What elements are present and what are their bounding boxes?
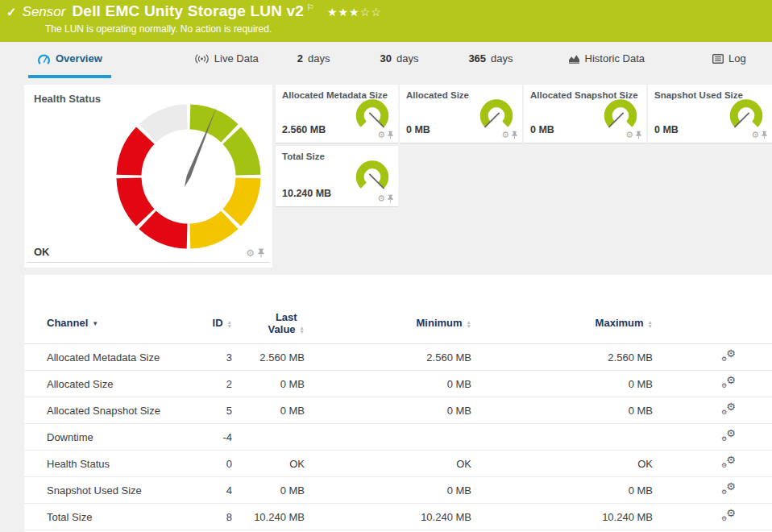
channel-maximum: 2.560 MB: [471, 351, 653, 364]
health-status-value: OK: [34, 246, 50, 258]
pin-icon[interactable]: [762, 131, 767, 139]
channel-name: Allocated Metadata Size: [47, 351, 188, 364]
pin-icon[interactable]: [636, 131, 641, 139]
tab-30-days-unit: days: [396, 52, 418, 64]
priority-stars[interactable]: ★★★☆☆: [327, 6, 382, 19]
pin-icon[interactable]: [512, 131, 517, 139]
area-chart-icon: [568, 53, 580, 64]
health-status-gauge: [108, 96, 269, 257]
stars-filled: ★★★: [327, 6, 360, 19]
live-data-icon: [194, 54, 210, 64]
table-row: Snapshot Used Size 4 0 MB 0 MB 0 MB ⚙⚙: [24, 477, 772, 504]
tab-live-data[interactable]: Live Data: [185, 42, 268, 78]
channel-minimum: 2.560 MB: [305, 351, 471, 364]
panel-gear-icon[interactable]: ⚙: [377, 194, 385, 203]
tile-allocated-size: Allocated Size 0 MB ⚙: [400, 85, 522, 143]
channel-table-header: Channel▼ ID▲▼ LastValue▲▼ Minimum▲▼ Maxi…: [24, 275, 772, 344]
channel-settings-icon[interactable]: ⚙⚙: [721, 402, 736, 416]
column-header-channel[interactable]: Channel▼: [47, 317, 188, 329]
pin-icon[interactable]: [388, 194, 393, 203]
tile-allocated-metadata-size: Allocated Metadata Size 2.560 MB ⚙: [276, 85, 398, 143]
tab-historic-data-label: Historic Data: [585, 52, 645, 64]
stars-empty: ☆☆: [360, 6, 382, 19]
pin-icon[interactable]: [258, 248, 264, 258]
sort-descending-icon: ▼: [92, 320, 98, 327]
channel-id: 0: [188, 458, 232, 470]
tab-historic-data[interactable]: Historic Data: [559, 42, 654, 78]
channel-minimum: 0 MB: [305, 378, 471, 390]
prtg-sensor-page: ✓ Sensor Dell EMC Unity Storage LUN v2 ⚐…: [0, 0, 772, 532]
channel-name: Downtime: [47, 431, 188, 443]
channel-maximum: 0 MB: [471, 484, 653, 497]
panel-divider: [27, 262, 269, 263]
gauge-icon: [37, 53, 51, 64]
channel-settings-icon[interactable]: ⚙⚙: [721, 376, 736, 389]
health-status-panel: Health Status OK ⚙: [24, 85, 272, 268]
panel-gear-icon[interactable]: ⚙: [246, 248, 255, 258]
mini-gauge: [724, 97, 768, 135]
panel-gear-icon[interactable]: ⚙: [501, 131, 509, 139]
table-row: Downtime -4 ⚙⚙: [24, 424, 772, 451]
table-row: Allocated Size 2 0 MB 0 MB 0 MB ⚙⚙: [24, 371, 772, 397]
channel-settings-icon[interactable]: ⚙⚙: [721, 349, 736, 363]
tab-log-label: Log: [728, 52, 746, 64]
sort-icon: ▲▼: [648, 320, 653, 328]
channel-last-value: 2.560 MB: [232, 351, 305, 364]
channel-settings-icon[interactable]: ⚙⚙: [721, 455, 736, 469]
tab-30-days-number: 30: [380, 52, 391, 64]
table-row: Health Status 0 OK OK OK ⚙⚙: [24, 451, 772, 477]
sensor-status-banner: ✓ Sensor Dell EMC Unity Storage LUN v2 ⚐…: [0, 0, 772, 42]
channel-settings-icon[interactable]: ⚙⚙: [721, 482, 736, 496]
panel-gear-icon[interactable]: ⚙: [751, 131, 759, 139]
channel-name: Allocated Snapshot Size: [47, 405, 188, 417]
channel-last-value: 0 MB: [232, 378, 305, 390]
channel-settings-icon[interactable]: ⚙⚙: [721, 509, 736, 522]
channel-maximum: 0 MB: [471, 405, 653, 417]
sensor-status-message: The LUN is operating normally. No action…: [45, 23, 272, 35]
channel-id: 3: [188, 351, 232, 364]
channel-name: Allocated Size: [47, 378, 188, 390]
tab-2-days[interactable]: 2 days: [288, 42, 339, 78]
channel-id: 4: [188, 484, 232, 497]
tile-value: 0 MB: [530, 124, 554, 135]
tile-title: Allocated Size: [406, 90, 469, 100]
column-header-minimum[interactable]: Minimum▲▼: [305, 317, 471, 329]
tile-value: 0 MB: [406, 124, 430, 135]
column-header-id[interactable]: ID▲▼: [188, 317, 232, 329]
tab-30-days[interactable]: 30 days: [371, 42, 427, 78]
column-header-last-value[interactable]: LastValue▲▼: [232, 311, 305, 335]
pin-icon[interactable]: [388, 131, 393, 139]
channel-last-value: 10.240 MB: [232, 511, 305, 523]
channel-minimum: 0 MB: [305, 484, 471, 497]
flag-icon[interactable]: ⚐: [306, 2, 314, 13]
tab-365-days[interactable]: 365 days: [459, 42, 521, 78]
channel-id: -4: [188, 431, 232, 443]
tab-log[interactable]: Log: [704, 42, 755, 78]
channel-id: 8: [188, 511, 232, 523]
channel-minimum: OK: [305, 458, 471, 470]
column-header-maximum[interactable]: Maximum▲▼: [471, 317, 653, 329]
object-kind-label: Sensor: [23, 4, 66, 20]
mini-gauge: [351, 158, 394, 196]
sensor-tabbar: Overview Live Data 2 days 30 days 365 da…: [0, 42, 772, 78]
channel-settings-icon[interactable]: ⚙⚙: [721, 429, 736, 443]
mini-gauge: [475, 97, 518, 135]
tab-live-data-label: Live Data: [214, 52, 259, 64]
panel-gear-icon[interactable]: ⚙: [625, 131, 633, 139]
tile-title: Total Size: [282, 152, 325, 161]
health-gauge-title: Health Status: [34, 93, 101, 105]
tab-overview-label: Overview: [56, 52, 102, 64]
channel-name: Snapshot Used Size: [47, 484, 188, 497]
channel-name: Total Size: [47, 511, 188, 523]
tab-overview[interactable]: Overview: [28, 42, 111, 78]
table-row: Total Size 8 10.240 MB 10.240 MB 10.240 …: [24, 504, 772, 530]
mini-gauge: [351, 97, 394, 135]
panel-gear-icon[interactable]: ⚙: [377, 131, 385, 139]
channel-maximum: 10.240 MB: [471, 511, 653, 523]
tile-snapshot-used-size: Snapshot Used Size 0 MB ⚙: [648, 85, 772, 143]
channel-id: 2: [188, 378, 232, 390]
tab-365-days-number: 365: [468, 52, 486, 64]
tab-2-days-number: 2: [297, 52, 303, 64]
channel-minimum: 10.240 MB: [305, 511, 471, 523]
channel-last-value: 0 MB: [232, 405, 305, 417]
